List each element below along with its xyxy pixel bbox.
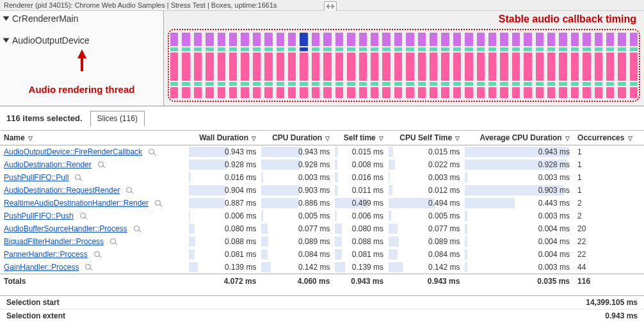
cell-value: 0.443 ms bbox=[463, 197, 574, 210]
callback-slice[interactable] bbox=[453, 33, 461, 98]
table-row[interactable]: PushPullFIFO::Pull0.016 ms0.003 ms0.016 … bbox=[0, 171, 644, 184]
items-selected-label: 116 items selected. bbox=[6, 113, 83, 123]
callback-slice[interactable] bbox=[218, 33, 225, 98]
table-row[interactable]: PannerHandler::Process0.081 ms0.084 ms0.… bbox=[0, 248, 644, 261]
callback-slice[interactable] bbox=[205, 33, 213, 98]
callback-slice[interactable] bbox=[571, 33, 579, 98]
callback-slice[interactable] bbox=[606, 33, 614, 98]
cell-occurrences: 1 bbox=[574, 158, 644, 171]
cell-value: 0.077 ms bbox=[260, 222, 334, 235]
callback-slice[interactable] bbox=[406, 33, 414, 98]
callback-slice[interactable] bbox=[312, 33, 319, 98]
cell-occurrences: 1 bbox=[574, 171, 644, 184]
magnify-icon[interactable] bbox=[98, 161, 106, 169]
callback-slice[interactable] bbox=[488, 33, 496, 98]
callback-slice[interactable] bbox=[382, 33, 390, 98]
timeline-track[interactable]: Stable audio callback timing bbox=[164, 11, 644, 106]
cell-value: 0.015 ms bbox=[387, 145, 463, 159]
callback-slice[interactable] bbox=[500, 33, 508, 98]
col-self[interactable]: Self time ▽ bbox=[334, 131, 387, 145]
slice-name-link[interactable]: GainHandler::Process bbox=[4, 263, 79, 272]
magnify-icon[interactable] bbox=[85, 264, 93, 272]
callback-slice[interactable] bbox=[335, 33, 343, 98]
magnify-icon[interactable] bbox=[134, 226, 141, 233]
callback-slice[interactable] bbox=[300, 33, 307, 98]
callback-slice[interactable] bbox=[253, 33, 261, 98]
cell-value: 0.022 ms bbox=[387, 158, 463, 171]
slice-name-link[interactable]: AudioDestination::RequestRender bbox=[4, 186, 120, 195]
callback-slice[interactable] bbox=[394, 33, 402, 98]
callback-slice[interactable] bbox=[441, 33, 449, 98]
callback-slice[interactable] bbox=[618, 33, 625, 98]
totals-row: Totals4.072 ms4.060 ms0.943 ms0.943 ms0.… bbox=[0, 274, 644, 288]
cell-value: 0.003 ms bbox=[387, 171, 463, 184]
slice-name-link[interactable]: PushPullFIFO::Push bbox=[4, 211, 74, 220]
callback-slice[interactable] bbox=[465, 33, 472, 98]
slice-name-link[interactable]: PannerHandler::Process bbox=[4, 250, 88, 259]
magnify-icon[interactable] bbox=[110, 238, 118, 246]
callback-slice[interactable] bbox=[182, 33, 189, 98]
slice-name-link[interactable]: AudioOutputDevice::FireRenderCallback bbox=[4, 147, 142, 156]
callback-slice[interactable] bbox=[547, 33, 555, 98]
callback-slice[interactable] bbox=[430, 33, 437, 98]
thread-row-main[interactable]: CrRendererMain bbox=[0, 11, 163, 26]
callback-slice[interactable] bbox=[194, 33, 202, 98]
table-row[interactable]: AudioDestination::Render0.928 ms0.928 ms… bbox=[0, 158, 644, 171]
magnify-icon[interactable] bbox=[155, 200, 163, 208]
table-row[interactable]: PushPullFIFO::Push0.006 ms0.005 ms0.006 … bbox=[0, 210, 644, 222]
table-row[interactable]: RealtimeAudioDestinationHandler::Render0… bbox=[0, 197, 644, 210]
callback-slice[interactable] bbox=[595, 33, 602, 98]
expand-icon[interactable] bbox=[3, 38, 10, 43]
callback-slice[interactable] bbox=[524, 33, 531, 98]
table-row[interactable]: AudioDestination::RequestRender0.904 ms0… bbox=[0, 184, 644, 197]
callback-slice[interactable] bbox=[418, 33, 426, 98]
slice-name-link[interactable]: PushPullFIFO::Pull bbox=[4, 173, 68, 182]
callback-slice[interactable] bbox=[583, 33, 590, 98]
slice-name-link[interactable]: RealtimeAudioDestinationHandler::Render bbox=[4, 199, 149, 208]
table-row[interactable]: AudioOutputDevice::FireRenderCallback0.9… bbox=[0, 145, 644, 159]
cell-name: PannerHandler::Process bbox=[0, 248, 188, 261]
callback-slice[interactable] bbox=[359, 33, 367, 98]
callback-slice[interactable] bbox=[559, 33, 567, 98]
callback-slice[interactable] bbox=[170, 33, 178, 98]
callback-slice[interactable] bbox=[512, 33, 520, 98]
col-cpu[interactable]: CPU Duration ▽ bbox=[260, 131, 334, 145]
callback-slice[interactable] bbox=[229, 33, 237, 98]
cell-value: 0.081 ms bbox=[334, 248, 387, 261]
callback-slice[interactable] bbox=[477, 33, 485, 98]
col-name[interactable]: Name ▽ bbox=[0, 131, 188, 145]
sort-icon: ▽ bbox=[28, 135, 33, 142]
callback-slice[interactable] bbox=[241, 33, 248, 98]
col-avgcpu[interactable]: Average CPU Duration ▽ bbox=[463, 131, 574, 145]
callback-slice[interactable] bbox=[630, 33, 638, 98]
table-row[interactable]: GainHandler::Process0.139 ms0.142 ms0.13… bbox=[0, 261, 644, 274]
cell-value: 0.084 ms bbox=[387, 248, 463, 261]
callback-slice[interactable] bbox=[323, 33, 331, 98]
magnify-icon[interactable] bbox=[75, 174, 83, 182]
sort-icon: ▽ bbox=[455, 135, 460, 142]
magnify-icon[interactable] bbox=[94, 251, 102, 259]
slice-name-link[interactable]: BiquadFilterHandler::Process bbox=[4, 237, 104, 246]
cell-occurrences: 44 bbox=[574, 261, 644, 274]
callback-slice[interactable] bbox=[277, 33, 284, 98]
callback-slice[interactable] bbox=[371, 33, 378, 98]
table-row[interactable]: AudioBufferSourceHandler::Process0.080 m… bbox=[0, 222, 644, 235]
thread-row-audio[interactable]: AudioOutputDevice bbox=[0, 26, 163, 48]
magnify-icon[interactable] bbox=[149, 149, 156, 156]
tab-slices[interactable]: Slices (116) bbox=[90, 111, 145, 127]
cell-value: 0.006 ms bbox=[188, 210, 261, 222]
callback-slice[interactable] bbox=[264, 33, 272, 98]
col-wall[interactable]: Wall Duration ▽ bbox=[188, 131, 261, 145]
expand-icon[interactable] bbox=[3, 17, 10, 21]
magnify-icon[interactable] bbox=[126, 187, 134, 195]
callback-slice[interactable] bbox=[536, 33, 543, 98]
col-cpuself[interactable]: CPU Self Time ▽ bbox=[387, 131, 463, 145]
callback-slice[interactable] bbox=[347, 33, 355, 98]
callback-slice[interactable] bbox=[288, 33, 296, 98]
slice-name-link[interactable]: AudioBufferSourceHandler::Process bbox=[4, 224, 127, 233]
magnify-icon[interactable] bbox=[80, 213, 88, 220]
resize-horizontal-button[interactable] bbox=[324, 1, 337, 12]
slice-name-link[interactable]: AudioDestination::Render bbox=[4, 160, 92, 169]
table-row[interactable]: BiquadFilterHandler::Process0.088 ms0.08… bbox=[0, 235, 644, 248]
col-occ[interactable]: Occurrences ▽ bbox=[574, 131, 644, 145]
